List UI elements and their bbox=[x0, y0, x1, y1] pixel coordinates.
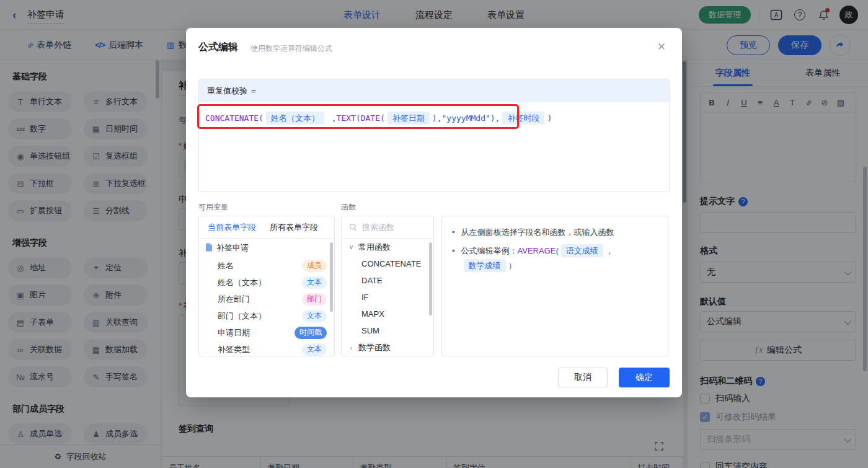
help-panel: 从左侧面板选择字段名和函数，或输入函数 公式编辑举例：AVERAGE(语文成绩，… bbox=[441, 216, 668, 356]
field-chip: 姓名（文本） bbox=[266, 112, 324, 125]
variable-form-name: 补签申请 bbox=[216, 242, 327, 254]
modal-subtitle: 使用数学运算符编辑公式 bbox=[250, 43, 332, 54]
variables-panel: 当前表单字段 所有表单字段 补签申请姓名成员姓名（文本）文本所在部门部门部门（文… bbox=[198, 216, 335, 356]
function-search[interactable] bbox=[342, 216, 433, 239]
operator-token: ), bbox=[432, 113, 442, 123]
function-group-常用函数[interactable]: ∨常用函数 bbox=[342, 239, 433, 255]
function-item-MAPX[interactable]: MAPX bbox=[342, 306, 433, 322]
operator-token: , bbox=[327, 113, 337, 123]
cancel-button[interactable]: 取消 bbox=[558, 368, 608, 387]
tab-all-form-fields[interactable]: 所有表单字段 bbox=[270, 222, 318, 233]
operator-token: ， bbox=[606, 246, 614, 255]
field-chip: 补签日期 bbox=[388, 112, 430, 125]
functions-label: 函数 bbox=[341, 202, 356, 213]
variable-row-部门（文本）[interactable]: 部门（文本）文本 bbox=[199, 307, 334, 324]
operator-token: ), bbox=[490, 113, 500, 123]
help-tip: 从左侧面板选择字段名和函数，或输入函数 bbox=[452, 225, 658, 240]
variable-type-badge: 文本 bbox=[302, 343, 327, 356]
function-item-DATE[interactable]: DATE bbox=[342, 272, 433, 289]
function-token: DATE bbox=[361, 113, 380, 123]
function-token: AVERAGE bbox=[518, 246, 556, 255]
operator-token: ( bbox=[380, 113, 385, 123]
formula-editor-modal: 公式编辑 使用数学运算符编辑公式 ✕ 重复值校验= CONCATENATE(姓名… bbox=[186, 28, 682, 397]
variables-scrollbar-thumb[interactable] bbox=[330, 242, 333, 312]
functions-panel: ∨常用函数CONCATENATEDATEIFMAPXSUM›数学函数›文本函数 bbox=[341, 216, 434, 356]
variable-type-badge: 文本 bbox=[302, 276, 327, 289]
operator-token: ） bbox=[508, 261, 516, 270]
variable-name: 部门（文本） bbox=[218, 311, 298, 322]
caret-down-icon: ∨ bbox=[348, 243, 355, 251]
formula-editor-area[interactable]: CONCATENATE(姓名（文本） ,TEXT(DATE(补签日期),"yyy… bbox=[199, 102, 669, 135]
variable-name: 申请日期 bbox=[218, 327, 291, 338]
variable-type-badge: 文本 bbox=[302, 310, 327, 322]
variable-name: 姓名 bbox=[218, 260, 298, 272]
variable-name: 姓名（文本） bbox=[218, 277, 298, 288]
operator-token: ) bbox=[547, 113, 552, 123]
search-icon bbox=[349, 223, 357, 231]
variable-name: 补签类型 bbox=[218, 344, 298, 355]
function-item-IF[interactable]: IF bbox=[342, 289, 433, 306]
variable-row-补签类型[interactable]: 补签类型文本 bbox=[199, 341, 334, 356]
field-chip: 数学成绩 bbox=[464, 259, 506, 272]
string-token: "yyyyMMdd" bbox=[442, 113, 490, 123]
operator-token: ( bbox=[556, 246, 558, 255]
function-token: TEXT bbox=[337, 113, 356, 123]
variable-row-姓名[interactable]: 姓名成员 bbox=[199, 257, 334, 274]
close-icon[interactable]: ✕ bbox=[657, 40, 666, 53]
functions-scrollbar-thumb[interactable] bbox=[429, 242, 432, 316]
confirm-button[interactable]: 确定 bbox=[619, 368, 670, 387]
formula-box: 重复值校验= CONCATENATE(姓名（文本） ,TEXT(DATE(补签日… bbox=[198, 79, 670, 192]
function-search-input[interactable] bbox=[362, 223, 424, 232]
form-doc-icon bbox=[205, 243, 213, 254]
variable-row-申请日期[interactable]: 申请日期时间戳 bbox=[199, 324, 334, 341]
caret-right-icon: › bbox=[348, 344, 355, 351]
function-group-name: 数学函数 bbox=[358, 342, 391, 353]
variable-name: 所在部门 bbox=[218, 294, 298, 305]
variable-row-姓名（文本）[interactable]: 姓名（文本）文本 bbox=[199, 274, 334, 291]
variable-type-badge: 成员 bbox=[302, 260, 327, 272]
function-group-数学函数[interactable]: ›数学函数 bbox=[342, 339, 433, 356]
help-example: 公式编辑举例：AVERAGE(语文成绩，数学成绩） bbox=[452, 244, 658, 273]
variable-type-badge: 部门 bbox=[302, 293, 327, 306]
variable-row-所在部门[interactable]: 所在部门部门 bbox=[199, 291, 334, 307]
function-group-name: 常用函数 bbox=[358, 242, 391, 253]
variables-label: 可用变量 bbox=[198, 202, 228, 213]
variable-type-badge: 时间戳 bbox=[294, 327, 327, 339]
function-group-文本函数[interactable]: ›文本函数 bbox=[342, 356, 433, 356]
field-chip: 补签时段 bbox=[502, 112, 544, 125]
formula-target: 重复值校验= bbox=[199, 79, 669, 102]
variable-form-node[interactable]: 补签申请 bbox=[199, 239, 334, 257]
field-chip: 语文成绩 bbox=[561, 244, 603, 257]
function-item-CONCATENATE[interactable]: CONCATENATE bbox=[342, 255, 433, 272]
function-item-SUM[interactable]: SUM bbox=[342, 322, 433, 339]
operator-token: ( bbox=[259, 113, 264, 123]
tab-current-form-fields[interactable]: 当前表单字段 bbox=[208, 222, 256, 233]
modal-title: 公式编辑 bbox=[198, 41, 238, 54]
operator-token: ( bbox=[356, 113, 361, 123]
function-token: CONCATENATE bbox=[205, 113, 259, 123]
